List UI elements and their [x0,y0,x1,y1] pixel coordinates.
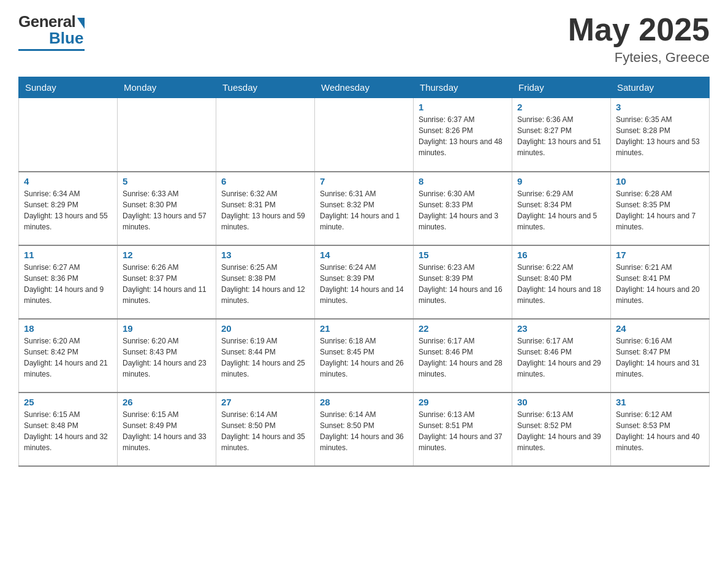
calendar-cell: 8Sunrise: 6:30 AM Sunset: 8:33 PM Daylig… [414,172,512,245]
header-tuesday: Tuesday [216,77,315,98]
header-saturday: Saturday [611,77,710,98]
day-info: Sunrise: 6:16 AM Sunset: 8:47 PM Dayligh… [616,335,704,380]
calendar-cell: 29Sunrise: 6:13 AM Sunset: 8:51 PM Dayli… [414,393,512,466]
day-info: Sunrise: 6:28 AM Sunset: 8:35 PM Dayligh… [616,188,704,232]
day-number: 23 [517,323,605,334]
header-thursday: Thursday [414,77,512,98]
day-info: Sunrise: 6:20 AM Sunset: 8:43 PM Dayligh… [123,335,211,380]
day-info: Sunrise: 6:17 AM Sunset: 8:46 PM Dayligh… [419,335,507,380]
day-number: 1 [419,102,507,112]
day-number: 13 [221,250,309,260]
day-info: Sunrise: 6:23 AM Sunset: 8:39 PM Dayligh… [419,262,507,306]
calendar-cell: 10Sunrise: 6:28 AM Sunset: 8:35 PM Dayli… [611,172,710,245]
day-info: Sunrise: 6:17 AM Sunset: 8:46 PM Dayligh… [517,335,605,380]
calendar-cell: 26Sunrise: 6:15 AM Sunset: 8:49 PM Dayli… [118,393,216,466]
day-number: 10 [616,176,704,186]
calendar-cell: 21Sunrise: 6:18 AM Sunset: 8:45 PM Dayli… [315,319,414,393]
page-header: General Blue May 2025 Fyteies, Greece [18,12,710,66]
day-info: Sunrise: 6:12 AM Sunset: 8:53 PM Dayligh… [616,409,704,453]
day-number: 4 [24,176,112,186]
day-number: 14 [320,250,408,260]
calendar-table: SundayMondayTuesdayWednesdayThursdayFrid… [18,77,710,467]
day-info: Sunrise: 6:33 AM Sunset: 8:30 PM Dayligh… [123,188,211,232]
day-info: Sunrise: 6:29 AM Sunset: 8:34 PM Dayligh… [517,188,605,232]
logo-blue-text: Blue [49,29,83,48]
header-sunday: Sunday [19,77,118,98]
calendar-cell: 25Sunrise: 6:15 AM Sunset: 8:48 PM Dayli… [19,393,118,466]
calendar-body: 1Sunrise: 6:37 AM Sunset: 8:26 PM Daylig… [19,98,710,466]
calendar-cell: 20Sunrise: 6:19 AM Sunset: 8:44 PM Dayli… [216,319,315,393]
day-number: 2 [517,102,605,112]
calendar-cell: 3Sunrise: 6:35 AM Sunset: 8:28 PM Daylig… [611,98,710,172]
calendar-cell: 12Sunrise: 6:26 AM Sunset: 8:37 PM Dayli… [118,245,216,319]
header-wednesday: Wednesday [315,77,414,98]
calendar-cell [118,98,216,172]
calendar-week-5: 25Sunrise: 6:15 AM Sunset: 8:48 PM Dayli… [19,393,710,466]
day-number: 30 [517,397,605,407]
day-number: 19 [123,323,211,334]
day-info: Sunrise: 6:14 AM Sunset: 8:50 PM Dayligh… [221,409,309,453]
calendar-header: SundayMondayTuesdayWednesdayThursdayFrid… [19,77,710,98]
day-info: Sunrise: 6:32 AM Sunset: 8:31 PM Dayligh… [221,188,309,232]
calendar-cell: 19Sunrise: 6:20 AM Sunset: 8:43 PM Dayli… [118,319,216,393]
day-info: Sunrise: 6:30 AM Sunset: 8:33 PM Dayligh… [419,188,507,232]
calendar-cell: 18Sunrise: 6:20 AM Sunset: 8:42 PM Dayli… [19,319,118,393]
title-block: May 2025 Fyteies, Greece [568,12,710,66]
calendar-cell: 11Sunrise: 6:27 AM Sunset: 8:36 PM Dayli… [19,245,118,319]
day-info: Sunrise: 6:19 AM Sunset: 8:44 PM Dayligh… [221,335,309,380]
day-number: 27 [221,397,309,407]
day-info: Sunrise: 6:26 AM Sunset: 8:37 PM Dayligh… [123,262,211,306]
day-number: 20 [221,323,309,334]
calendar-week-1: 1Sunrise: 6:37 AM Sunset: 8:26 PM Daylig… [19,98,710,172]
calendar-week-2: 4Sunrise: 6:34 AM Sunset: 8:29 PM Daylig… [19,172,710,245]
calendar-cell [315,98,414,172]
calendar-cell: 17Sunrise: 6:21 AM Sunset: 8:41 PM Dayli… [611,245,710,319]
calendar-cell: 22Sunrise: 6:17 AM Sunset: 8:46 PM Dayli… [414,319,512,393]
day-number: 5 [123,176,211,186]
day-info: Sunrise: 6:27 AM Sunset: 8:36 PM Dayligh… [24,262,112,306]
day-info: Sunrise: 6:22 AM Sunset: 8:40 PM Dayligh… [517,262,605,306]
calendar-cell: 2Sunrise: 6:36 AM Sunset: 8:27 PM Daylig… [512,98,611,172]
day-info: Sunrise: 6:34 AM Sunset: 8:29 PM Dayligh… [24,188,112,232]
day-number: 18 [24,323,112,334]
logo: General Blue [18,12,85,51]
day-number: 31 [616,397,704,407]
calendar-cell: 14Sunrise: 6:24 AM Sunset: 8:39 PM Dayli… [315,245,414,319]
day-info: Sunrise: 6:15 AM Sunset: 8:49 PM Dayligh… [123,409,211,453]
day-number: 21 [320,323,408,334]
calendar-cell: 6Sunrise: 6:32 AM Sunset: 8:31 PM Daylig… [216,172,315,245]
day-number: 17 [616,250,704,260]
calendar-cell: 16Sunrise: 6:22 AM Sunset: 8:40 PM Dayli… [512,245,611,319]
calendar-cell: 7Sunrise: 6:31 AM Sunset: 8:32 PM Daylig… [315,172,414,245]
day-number: 24 [616,323,704,334]
header-monday: Monday [118,77,216,98]
calendar-cell: 9Sunrise: 6:29 AM Sunset: 8:34 PM Daylig… [512,172,611,245]
logo-arrow-icon [77,18,85,29]
day-info: Sunrise: 6:36 AM Sunset: 8:27 PM Dayligh… [517,114,605,158]
day-info: Sunrise: 6:20 AM Sunset: 8:42 PM Dayligh… [24,335,112,380]
logo-underline [18,49,85,51]
calendar-week-4: 18Sunrise: 6:20 AM Sunset: 8:42 PM Dayli… [19,319,710,393]
calendar-cell: 5Sunrise: 6:33 AM Sunset: 8:30 PM Daylig… [118,172,216,245]
calendar-cell: 31Sunrise: 6:12 AM Sunset: 8:53 PM Dayli… [611,393,710,466]
month-year-title: May 2025 [568,12,710,47]
calendar-cell: 24Sunrise: 6:16 AM Sunset: 8:47 PM Dayli… [611,319,710,393]
day-info: Sunrise: 6:13 AM Sunset: 8:52 PM Dayligh… [517,409,605,453]
calendar-week-3: 11Sunrise: 6:27 AM Sunset: 8:36 PM Dayli… [19,245,710,319]
calendar-cell: 4Sunrise: 6:34 AM Sunset: 8:29 PM Daylig… [19,172,118,245]
day-info: Sunrise: 6:21 AM Sunset: 8:41 PM Dayligh… [616,262,704,306]
calendar-cell: 13Sunrise: 6:25 AM Sunset: 8:38 PM Dayli… [216,245,315,319]
day-number: 26 [123,397,211,407]
day-info: Sunrise: 6:18 AM Sunset: 8:45 PM Dayligh… [320,335,408,380]
day-info: Sunrise: 6:25 AM Sunset: 8:38 PM Dayligh… [221,262,309,306]
day-number: 9 [517,176,605,186]
calendar-cell: 15Sunrise: 6:23 AM Sunset: 8:39 PM Dayli… [414,245,512,319]
day-number: 25 [24,397,112,407]
calendar-cell: 27Sunrise: 6:14 AM Sunset: 8:50 PM Dayli… [216,393,315,466]
day-number: 12 [123,250,211,260]
day-info: Sunrise: 6:35 AM Sunset: 8:28 PM Dayligh… [616,114,704,158]
day-info: Sunrise: 6:31 AM Sunset: 8:32 PM Dayligh… [320,188,408,232]
day-number: 28 [320,397,408,407]
header-friday: Friday [512,77,611,98]
day-number: 15 [419,250,507,260]
